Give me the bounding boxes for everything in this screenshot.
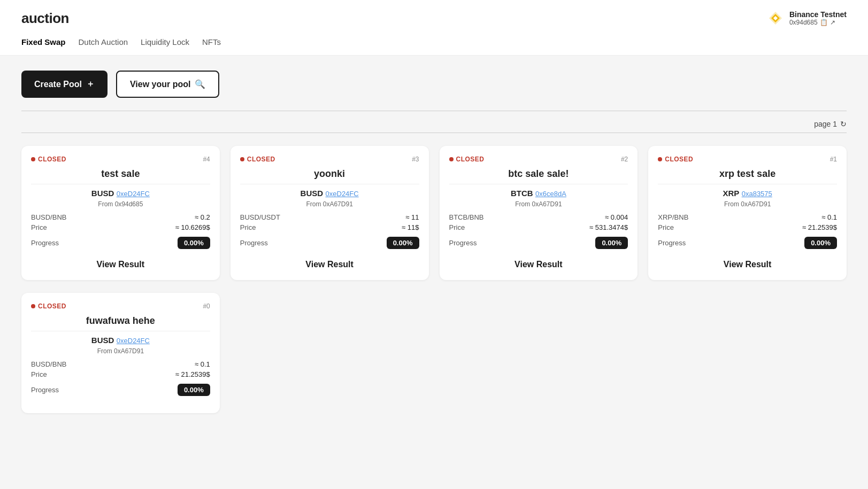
progress-label-2: Progress bbox=[449, 239, 477, 247]
action-bar: Create Pool ＋ View your pool 🔍 bbox=[21, 71, 847, 98]
card-divider-4 bbox=[31, 184, 210, 184]
progress-label-0: Progress bbox=[31, 386, 59, 394]
cards-grid: CLOSED #4 test sale BUSD 0xeD24FC From 0… bbox=[21, 146, 847, 280]
progress-badge-1: 0.00% bbox=[804, 237, 837, 249]
pair-label-4: BUSD/BNB bbox=[31, 213, 66, 221]
status-badge-1: CLOSED bbox=[658, 156, 693, 163]
external-link-icon[interactable]: ↗ bbox=[830, 19, 835, 26]
nav-item-nfts[interactable]: NFTs bbox=[202, 36, 221, 48]
card-num-3: #3 bbox=[412, 156, 419, 163]
token-address-3[interactable]: 0xeD24FC bbox=[326, 190, 359, 198]
page-info: page 1 ↻ bbox=[21, 120, 847, 128]
token-from-4: From 0x94d685 bbox=[31, 200, 210, 208]
price-value-3: ≈ 11$ bbox=[402, 223, 419, 231]
create-pool-button[interactable]: Create Pool ＋ bbox=[21, 71, 107, 98]
status-label-0: CLOSED bbox=[38, 302, 66, 310]
card-num-0: #0 bbox=[203, 302, 210, 310]
token-info-4: BUSD 0xeD24FC bbox=[31, 189, 210, 198]
card-price-row-3: Price ≈ 11$ bbox=[240, 223, 419, 231]
wallet-network: Binance Testnet bbox=[789, 10, 847, 19]
card-divider-2 bbox=[449, 184, 628, 184]
card-title-0: fuwafuwa hehe bbox=[31, 315, 210, 327]
status-label-1: CLOSED bbox=[665, 156, 693, 163]
card-title-1: xrp test sale bbox=[658, 168, 837, 180]
token-address-4[interactable]: 0xeD24FC bbox=[117, 190, 150, 198]
token-name-3: BUSD bbox=[301, 189, 324, 198]
card-num-4: #4 bbox=[203, 156, 210, 163]
create-pool-label: Create Pool bbox=[34, 80, 82, 89]
token-name-2: BTCB bbox=[511, 189, 533, 198]
pair-ratio-4: ≈ 0.2 bbox=[195, 213, 210, 221]
card-divider-1 bbox=[658, 184, 837, 184]
card-divider-3 bbox=[240, 184, 419, 184]
page-label: page 1 bbox=[814, 120, 837, 128]
progress-row-0: Progress 0.00% bbox=[31, 384, 210, 396]
status-dot-0 bbox=[31, 304, 35, 308]
card-header-2: CLOSED #2 bbox=[449, 156, 628, 163]
progress-badge-4: 0.00% bbox=[178, 237, 210, 249]
progress-row-2: Progress 0.00% bbox=[449, 237, 628, 249]
card-pair-row-3: BUSD/USDT ≈ 11 bbox=[240, 213, 419, 221]
nav-item-dutch-auction[interactable]: Dutch Auction bbox=[79, 36, 128, 48]
view-result-button-2[interactable]: View Result bbox=[449, 257, 628, 270]
refresh-icon[interactable]: ↻ bbox=[840, 120, 847, 128]
pool-card-4: CLOSED #4 test sale BUSD 0xeD24FC From 0… bbox=[21, 146, 220, 280]
status-label-2: CLOSED bbox=[456, 156, 485, 163]
token-from-0: From 0xA67D91 bbox=[31, 347, 210, 355]
view-pool-button[interactable]: View your pool 🔍 bbox=[116, 71, 220, 98]
token-info-3: BUSD 0xeD24FC bbox=[240, 189, 419, 198]
status-dot-4 bbox=[31, 157, 35, 161]
token-address-2[interactable]: 0x6ce8dA bbox=[535, 190, 566, 198]
progress-badge-2: 0.00% bbox=[595, 237, 628, 249]
pool-card-1: CLOSED #1 xrp test sale XRP 0xa83575 Fro… bbox=[648, 146, 847, 280]
card-header-4: CLOSED #4 bbox=[31, 156, 210, 163]
header: auction Binance Testnet 0x94d685 📋 ↗ bbox=[0, 0, 868, 32]
token-address-0[interactable]: 0xeD24FC bbox=[117, 337, 150, 345]
price-label-2: Price bbox=[449, 223, 465, 231]
view-result-button-1[interactable]: View Result bbox=[658, 257, 837, 270]
top-divider bbox=[21, 111, 847, 111]
token-address-1[interactable]: 0xa83575 bbox=[742, 190, 772, 198]
view-result-button-3[interactable]: View Result bbox=[240, 257, 419, 270]
wallet-details: Binance Testnet 0x94d685 📋 ↗ bbox=[789, 10, 847, 26]
token-name-0: BUSD bbox=[91, 336, 114, 345]
pool-card-0: CLOSED #0 fuwafuwa hehe BUSD 0xeD24FC Fr… bbox=[21, 293, 220, 413]
card-divider-0 bbox=[31, 331, 210, 331]
copy-icon[interactable]: 📋 bbox=[820, 19, 828, 26]
card-price-row-4: Price ≈ 10.6269$ bbox=[31, 223, 210, 231]
search-icon: 🔍 bbox=[195, 79, 205, 89]
card-num-1: #1 bbox=[830, 156, 837, 163]
pair-ratio-3: ≈ 11 bbox=[405, 213, 419, 221]
plus-icon: ＋ bbox=[86, 79, 95, 90]
card-header-0: CLOSED #0 bbox=[31, 302, 210, 310]
pair-label-2: BTCB/BNB bbox=[449, 213, 484, 221]
nav-item-fixed-swap[interactable]: Fixed Swap bbox=[21, 36, 66, 48]
token-info-0: BUSD 0xeD24FC bbox=[31, 336, 210, 345]
card-pair-row-0: BUSD/BNB ≈ 0.1 bbox=[31, 360, 210, 368]
progress-badge-0: 0.00% bbox=[178, 384, 210, 396]
progress-row-4: Progress 0.00% bbox=[31, 237, 210, 249]
card-pair-row-2: BTCB/BNB ≈ 0.004 bbox=[449, 213, 628, 221]
token-name-1: XRP bbox=[723, 189, 739, 198]
progress-label-1: Progress bbox=[658, 239, 686, 247]
view-result-button-4[interactable]: View Result bbox=[31, 257, 210, 270]
nav: Fixed Swap Dutch Auction Liquidity Lock … bbox=[0, 32, 868, 56]
status-label-3: CLOSED bbox=[247, 156, 275, 163]
price-value-1: ≈ 21.2539$ bbox=[802, 223, 837, 231]
progress-label-4: Progress bbox=[31, 239, 59, 247]
card-header-1: CLOSED #1 bbox=[658, 156, 837, 163]
card-price-row-2: Price ≈ 531.3474$ bbox=[449, 223, 628, 231]
pair-label-3: BUSD/USDT bbox=[240, 213, 280, 221]
card-num-2: #2 bbox=[621, 156, 628, 163]
token-name-4: BUSD bbox=[91, 189, 114, 198]
card-title-4: test sale bbox=[31, 168, 210, 180]
pair-label-0: BUSD/BNB bbox=[31, 360, 66, 368]
wallet-info: Binance Testnet 0x94d685 📋 ↗ bbox=[767, 10, 847, 27]
token-info-1: XRP 0xa83575 bbox=[658, 189, 837, 198]
status-dot-1 bbox=[658, 157, 662, 161]
card-price-row-1: Price ≈ 21.2539$ bbox=[658, 223, 837, 231]
nav-item-liquidity-lock[interactable]: Liquidity Lock bbox=[141, 36, 189, 48]
status-badge-4: CLOSED bbox=[31, 156, 66, 163]
price-label-3: Price bbox=[240, 223, 256, 231]
card-title-3: yoonki bbox=[240, 168, 419, 180]
